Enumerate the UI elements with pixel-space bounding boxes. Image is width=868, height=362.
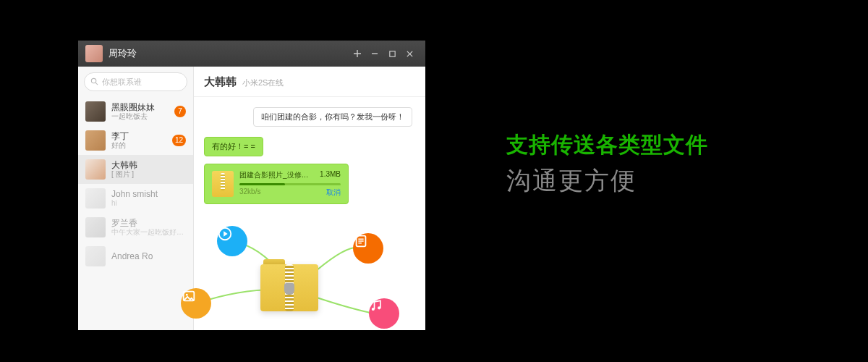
contact-item[interactable]: 黑眼圈妹妹 一起吃饭去 7 bbox=[78, 97, 193, 126]
unread-badge: 12 bbox=[172, 135, 186, 146]
contact-item[interactable]: 李丁 好的 12 bbox=[78, 126, 193, 155]
contact-preview: [ 图片 ] bbox=[111, 170, 186, 179]
search-icon bbox=[90, 77, 98, 87]
file-cancel-link[interactable]: 取消 bbox=[326, 188, 341, 198]
contact-item[interactable]: 大韩韩 [ 图片 ] bbox=[78, 155, 193, 184]
image-type-icon bbox=[181, 288, 211, 319]
svg-point-1 bbox=[91, 78, 95, 83]
contact-item[interactable]: John smisht hi bbox=[78, 184, 193, 213]
close-button[interactable] bbox=[401, 46, 418, 61]
marketing-headline: 支持传送各类型文件 bbox=[506, 130, 708, 160]
contact-name: 黑眼圈妹妹 bbox=[111, 102, 171, 112]
zip-file-icon bbox=[212, 171, 234, 197]
contact-avatar bbox=[85, 130, 106, 151]
svg-point-7 bbox=[378, 306, 380, 309]
add-button[interactable] bbox=[349, 46, 366, 61]
user-avatar[interactable] bbox=[85, 45, 103, 62]
file-progress-bar bbox=[239, 183, 341, 185]
search-placeholder: 你想联系谁 bbox=[102, 77, 142, 88]
chat-title: 大韩韩 bbox=[204, 67, 237, 97]
file-transfer-bubble[interactable]: 团建合影照片_没修改.zip 1.3MB 32kb/s 取消 bbox=[204, 164, 349, 204]
search-input[interactable]: 你想联系谁 bbox=[84, 72, 187, 91]
file-type-visualization bbox=[123, 217, 427, 348]
contact-preview: 一起吃饭去 bbox=[111, 112, 171, 121]
contact-preview: 好的 bbox=[111, 141, 169, 150]
svg-point-6 bbox=[372, 308, 375, 311]
file-speed: 32kb/s bbox=[239, 188, 260, 198]
svg-point-4 bbox=[186, 294, 188, 296]
file-name: 团建合影照片_没修改.zip bbox=[239, 170, 312, 180]
contact-name: John smisht bbox=[111, 189, 186, 199]
zip-folder-icon bbox=[260, 246, 318, 311]
music-type-icon bbox=[369, 298, 399, 329]
contact-avatar bbox=[85, 159, 106, 180]
contact-avatar bbox=[85, 217, 106, 237]
chat-header: 大韩韩 小米2S在线 bbox=[194, 67, 425, 97]
contact-name: 大韩韩 bbox=[111, 160, 186, 170]
contact-name: 李丁 bbox=[111, 131, 169, 141]
titlebar: 周玲玲 bbox=[78, 41, 425, 67]
file-size: 1.3MB bbox=[320, 170, 341, 180]
marketing-copy: 支持传送各类型文件 沟通更方便 bbox=[506, 130, 708, 198]
contact-avatar bbox=[85, 188, 106, 209]
message-outgoing: 有的好！= = bbox=[204, 137, 263, 156]
unread-badge: 7 bbox=[174, 106, 186, 117]
contact-avatar bbox=[85, 101, 106, 122]
message-incoming: 咱们团建的合影，你有吗？发我一份呀！ bbox=[253, 107, 412, 127]
video-type-icon bbox=[217, 226, 247, 256]
document-type-icon bbox=[353, 233, 383, 264]
contact-avatar bbox=[85, 246, 106, 266]
marketing-subline: 沟通更方便 bbox=[506, 164, 708, 198]
contact-preview: hi bbox=[111, 199, 186, 208]
maximize-button[interactable] bbox=[383, 46, 401, 61]
chat-status: 小米2S在线 bbox=[242, 77, 284, 88]
svg-rect-0 bbox=[389, 51, 394, 56]
minimize-button[interactable] bbox=[366, 46, 383, 61]
user-name: 周玲玲 bbox=[109, 47, 137, 60]
